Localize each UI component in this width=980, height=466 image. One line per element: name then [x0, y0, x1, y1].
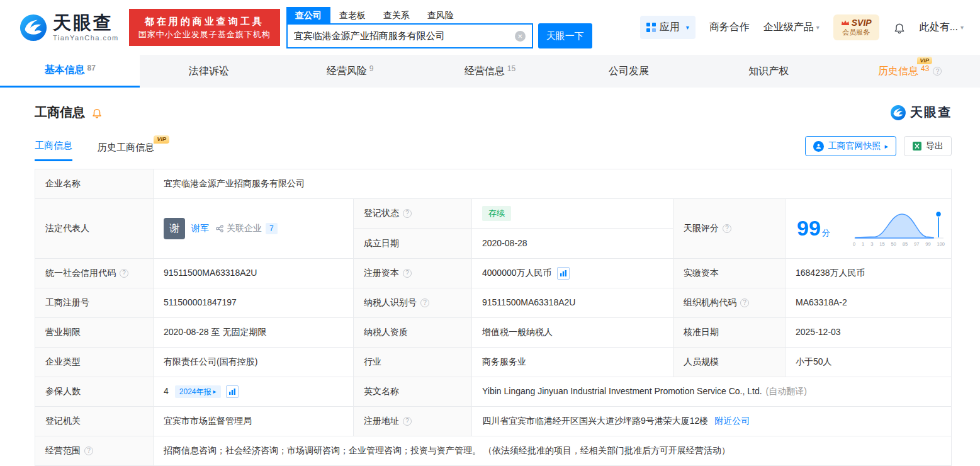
- label-taxpayer-id: 纳税人识别号: [354, 288, 472, 317]
- help-icon[interactable]: [403, 269, 412, 278]
- tab-count: 9: [369, 64, 374, 73]
- snapshot-label: 工商官网快照: [828, 140, 881, 152]
- help-icon[interactable]: [120, 269, 128, 278]
- tab-count: 15: [507, 64, 515, 73]
- tab-operating-risk[interactable]: 经营风险 9: [280, 55, 420, 88]
- user-icon: [813, 141, 824, 152]
- help-icon[interactable]: [723, 224, 731, 233]
- tab-label: 法律诉讼: [189, 65, 229, 78]
- help-icon[interactable]: [933, 67, 942, 76]
- brand-name: 天眼查: [53, 13, 119, 32]
- tab-label: 经营信息: [465, 65, 505, 78]
- auto-translate-note: (自动翻译): [766, 385, 807, 398]
- value-unified-credit-code: 91511500MA63318A2U: [154, 259, 354, 288]
- chevron-down-icon: ▾: [816, 24, 819, 31]
- chart-icon[interactable]: [557, 267, 570, 280]
- tab-label: 基本信息: [45, 64, 85, 77]
- related-company-count[interactable]: 7: [266, 223, 278, 235]
- notification-bell-icon[interactable]: [893, 21, 906, 34]
- value-insured-count: 4 2024年报▸: [154, 377, 354, 406]
- label-paid-capital: 实缴资本: [673, 259, 786, 288]
- tianyancha-logo[interactable]: 天眼查 TianYanCha.com: [19, 13, 119, 42]
- value-tianyan-score[interactable]: 99 分 01 315 5085 9799 100: [786, 199, 951, 258]
- tab-basic-info[interactable]: 基本信息 87: [0, 55, 140, 88]
- search-button[interactable]: 天眼一下: [538, 23, 592, 48]
- annual-report-chip[interactable]: 2024年报▸: [175, 385, 221, 399]
- official-snapshot-button[interactable]: 工商官网快照: [805, 136, 896, 156]
- watermark-logo: 天眼查: [890, 104, 952, 121]
- promo-line-2: 国家中小企业发展子基金旗下机构: [133, 28, 276, 41]
- search-tab-risk[interactable]: 查风险: [419, 7, 463, 23]
- tab-label: 公司发展: [609, 65, 649, 78]
- tab-legal-proceedings[interactable]: 法律诉讼: [140, 55, 279, 88]
- menu-enterprise-label: 企业级产品: [763, 21, 814, 34]
- related-company-label[interactable]: 关联企业: [227, 222, 262, 235]
- tab-business-info[interactable]: 经营信息 15: [420, 55, 560, 88]
- value-taxpayer-quality: 增值税一般纳税人: [472, 318, 673, 347]
- tab-company-development[interactable]: 公司发展: [560, 55, 700, 88]
- legal-rep-name-link[interactable]: 谢军: [191, 222, 209, 235]
- search-tab-relation[interactable]: 查关系: [375, 7, 419, 23]
- menu-cooperation[interactable]: 商务合作: [709, 21, 750, 34]
- help-icon[interactable]: [403, 209, 412, 218]
- table-row: 营业期限 2020-08-28 至 无固定期限 纳税人资质 增值税一般纳税人 核…: [35, 318, 951, 348]
- score-chart: 01 315 5085 9799 100: [853, 209, 945, 248]
- value-registration-authority: 宜宾市市场监督管理局: [154, 407, 354, 436]
- tab-label: 知识产权: [748, 65, 789, 78]
- chevron-down-icon: ▸: [213, 387, 217, 396]
- main-content: 工商信息 天眼查 工商信息 历史工商信息 VIP: [0, 104, 980, 466]
- label-registered-address: 注册地址: [354, 407, 472, 436]
- export-button[interactable]: 导出: [904, 136, 952, 156]
- tab-label: 历史信息: [878, 65, 918, 76]
- subtab-history-business-info[interactable]: 历史工商信息 VIP: [98, 142, 154, 161]
- account-menu-label: 此处有...: [920, 21, 958, 34]
- table-row: 工商注册号 511500001847197 纳税人识别号 91511500MA6…: [35, 288, 951, 318]
- watermark-text: 天眼查: [910, 104, 952, 121]
- search-tabs: 查公司 查老板 查关系 查风险: [286, 6, 592, 23]
- excel-icon: [912, 141, 922, 151]
- search-tab-company[interactable]: 查公司: [286, 7, 330, 23]
- menu-enterprise-products[interactable]: 企业级产品 ▾: [763, 21, 819, 34]
- tianyancha-logo-icon: [19, 13, 48, 42]
- chart-icon[interactable]: [226, 385, 239, 398]
- company-nav-tabs: 基本信息 87 法律诉讼 经营风险 9 经营信息 15 公司发展 知识产权 历史…: [0, 55, 980, 88]
- subtab-business-info[interactable]: 工商信息: [35, 140, 72, 161]
- label-company-name: 企业名称: [35, 169, 154, 198]
- value-industry: 商务服务业: [472, 348, 673, 377]
- score-unit: 分: [822, 227, 830, 239]
- tab-count: 43: [921, 64, 929, 73]
- subtab-label: 历史工商信息: [98, 142, 154, 152]
- help-icon[interactable]: [420, 298, 429, 307]
- search-input[interactable]: [294, 31, 515, 42]
- label-english-name: 英文名称: [354, 377, 472, 406]
- legal-rep-avatar[interactable]: 谢: [164, 218, 185, 239]
- label-staff-size: 人员规模: [673, 348, 786, 377]
- help-icon[interactable]: [740, 298, 749, 307]
- vip-badge: VIP: [154, 135, 169, 144]
- nearby-companies-link[interactable]: 附近公司: [714, 415, 750, 428]
- account-menu[interactable]: 此处有... ▾: [920, 21, 964, 34]
- svip-membership[interactable]: SVIP 会员服务: [833, 14, 879, 40]
- search-tab-boss[interactable]: 查老板: [330, 7, 375, 23]
- value-company-name: 宜宾临港金源产业招商服务有限公司: [154, 169, 951, 198]
- label-tianyan-score: 天眼评分: [673, 199, 786, 258]
- tab-intellectual-property[interactable]: 知识产权: [700, 55, 840, 88]
- label-business-reg-number: 工商注册号: [35, 288, 154, 317]
- value-legal-representative: 谢 谢军 关联企业 7: [154, 199, 354, 258]
- score-number: 99: [797, 213, 821, 244]
- value-staff-size: 小于50人: [786, 348, 951, 377]
- tianyancha-logo-icon: [890, 105, 906, 121]
- header-right-menu: 应用 ▾ 商务合作 企业级产品 ▾ SVIP 会员服务 此处有... ▾: [640, 14, 964, 40]
- promo-banner: 都在用的商业查询工具 国家中小企业发展子基金旗下机构: [129, 9, 280, 46]
- apps-menu[interactable]: 应用 ▾: [640, 16, 696, 39]
- help-icon[interactable]: [403, 417, 412, 426]
- label-unified-credit-code: 统一社会信用代码: [35, 259, 154, 288]
- status-badge: 存续: [482, 206, 511, 221]
- table-row: 统一社会信用代码 91511500MA63318A2U 注册资本 4000000…: [35, 259, 951, 288]
- svip-label: SVIP: [852, 18, 872, 29]
- monitor-bell-icon[interactable]: [91, 107, 103, 118]
- clear-icon[interactable]: ×: [515, 31, 526, 42]
- help-icon[interactable]: [84, 446, 93, 455]
- tab-history-info[interactable]: 历史信息 VIP 43: [840, 55, 980, 88]
- label-insured-count: 参保人数: [35, 377, 154, 406]
